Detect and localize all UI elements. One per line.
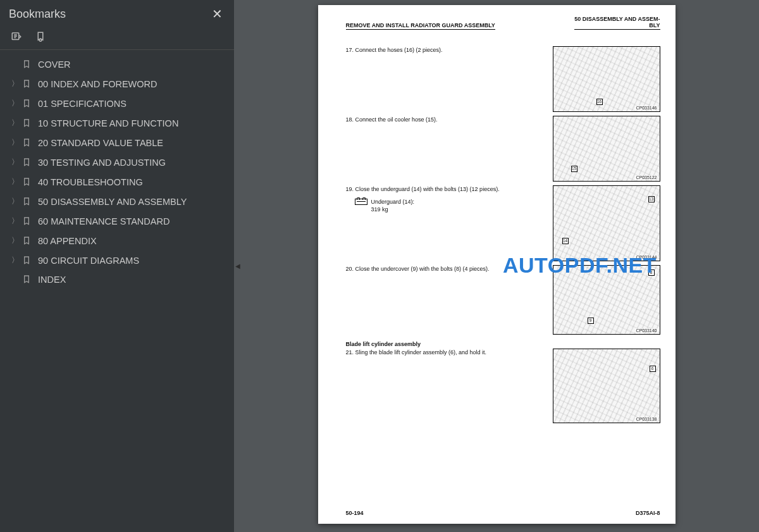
procedure-step: 18. Connect the oil cooler hose (15).CP0… [346, 116, 660, 182]
chevron-right-icon[interactable]: 〉 [11, 255, 18, 266]
bookmark-label: 80 APPENDIX [38, 236, 97, 246]
close-icon[interactable]: ✕ [209, 6, 225, 22]
bookmark-label: 90 CIRCUIT DIAGRAMS [38, 256, 139, 266]
header-right: 50 DISASSEMBLY AND ASSEM- BLY [574, 16, 660, 30]
mass-icon [355, 199, 367, 205]
bookmark-icon [22, 275, 32, 285]
figure-image: CP03314616 [553, 46, 660, 112]
bookmark-label: 30 TESTING AND ADJUSTING [38, 158, 166, 168]
bookmark-icon [22, 158, 32, 168]
sidebar-header: Bookmarks ✕ [0, 0, 234, 27]
figure-code: CP033138 [635, 417, 657, 421]
chevron-right-icon[interactable]: 〉 [11, 98, 18, 109]
figure-image: CP0331386 [553, 349, 660, 423]
chevron-right-icon[interactable]: 〉 [11, 216, 18, 226]
procedure-step: 20. Close the undercover (9) with the bo… [346, 265, 660, 335]
bookmark-icon [22, 177, 32, 187]
footer-page-number: 50-194 [346, 510, 364, 516]
step-weight-note: Underguard (14):319 kg [355, 198, 546, 213]
bookmarks-sidebar: Bookmarks ✕ COVER〉00 INDEX AND FOREWORD〉… [0, 0, 234, 532]
figure-callout: 8 [648, 269, 655, 276]
step-text: 17. Connect the hoses (16) (2 pieces). [346, 46, 553, 112]
bookmark-item[interactable]: 〉80 APPENDIX [0, 231, 234, 251]
bookmark-item[interactable]: INDEX [0, 270, 234, 289]
step-text: 19. Close the underguard (14) with the b… [346, 185, 553, 261]
header-left: REMOVE AND INSTALL RADIATOR GUARD ASSEMB… [346, 22, 495, 30]
procedure-step: 21. Sling the blade lift cylinder assemb… [346, 349, 660, 423]
svg-point-4 [39, 39, 42, 41]
document-page: REMOVE AND INSTALL RADIATOR GUARD ASSEMB… [318, 5, 676, 524]
bookmark-icon [22, 138, 32, 148]
bookmark-item[interactable]: 〉10 STRUCTURE AND FUNCTION [0, 113, 234, 133]
figure-code: CP033146 [635, 106, 657, 110]
figure-callout: 14 [562, 238, 569, 244]
figure-image: CP03512215 [553, 116, 660, 182]
current-bookmark-icon[interactable] [34, 30, 47, 43]
chevron-right-icon[interactable]: 〉 [11, 157, 18, 168]
figure-code: CP035122 [635, 175, 657, 180]
step-text: 20. Close the undercover (9) with the bo… [346, 265, 553, 335]
bookmark-icon [22, 256, 32, 266]
bookmark-item[interactable]: 〉01 SPECIFICATIONS [0, 94, 234, 113]
sidebar-title: Bookmarks [9, 8, 66, 21]
bookmark-item[interactable]: 〉40 TROUBLESHOOTING [0, 172, 234, 192]
collapse-sidebar-icon[interactable]: ◀ [234, 254, 242, 279]
bookmark-icon [22, 216, 32, 226]
figure-image: CP0331441314 [553, 185, 660, 261]
chevron-right-icon[interactable]: 〉 [11, 196, 18, 207]
bookmark-item[interactable]: 〉00 INDEX AND FOREWORD [0, 74, 234, 94]
figure-image: CP03314089 [553, 265, 660, 335]
figure-code: CP033140 [635, 328, 657, 333]
figure-callout: 6 [650, 366, 656, 372]
figure-callout: 15 [571, 166, 577, 172]
page-header: REMOVE AND INSTALL RADIATOR GUARD ASSEMB… [346, 16, 660, 30]
bookmark-item[interactable]: 〉20 STANDARD VALUE TABLE [0, 133, 234, 152]
procedure-step: 19. Close the underguard (14) with the b… [346, 185, 660, 261]
chevron-right-icon[interactable]: 〉 [11, 118, 18, 128]
procedure-step: 17. Connect the hoses (16) (2 pieces).CP… [346, 46, 660, 112]
bookmark-label: 50 DISASSEMBLY AND ASSEMBLY [38, 197, 187, 207]
bookmark-icon [22, 79, 32, 89]
figure-code: CP033144 [635, 255, 657, 259]
chevron-right-icon[interactable]: 〉 [11, 78, 18, 89]
bookmark-label: 20 STANDARD VALUE TABLE [38, 138, 163, 148]
bookmark-icon [22, 118, 32, 128]
outline-view-icon[interactable] [10, 30, 23, 43]
page-footer: 50-194 D375AI-8 [346, 509, 660, 516]
bookmark-label: 60 MAINTENANCE STANDARD [38, 216, 170, 226]
bookmark-item[interactable]: 〉90 CIRCUIT DIAGRAMS [0, 251, 234, 270]
chevron-right-icon[interactable]: 〉 [11, 137, 18, 148]
document-viewport[interactable]: ◀ REMOVE AND INSTALL RADIATOR GUARD ASSE… [234, 0, 759, 532]
bookmark-label: INDEX [38, 275, 66, 285]
bookmark-label: 40 TROUBLESHOOTING [38, 177, 143, 187]
step-text: 21. Sling the blade lift cylinder assemb… [346, 349, 553, 423]
bookmark-item[interactable]: 〉30 TESTING AND ADJUSTING [0, 152, 234, 172]
bookmark-icon [22, 236, 32, 246]
bookmark-label: 01 SPECIFICATIONS [38, 99, 126, 109]
bookmark-label: COVER [38, 59, 71, 70]
chevron-right-icon[interactable]: 〉 [11, 176, 18, 187]
bookmark-label: 10 STRUCTURE AND FUNCTION [38, 118, 178, 128]
figure-callout: 13 [648, 196, 655, 202]
page-body: 17. Connect the hoses (16) (2 pieces).CP… [346, 46, 660, 423]
figure-callout: 9 [588, 318, 594, 324]
bookmark-item[interactable]: 〉50 DISASSEMBLY AND ASSEMBLY [0, 192, 234, 211]
figure-callout: 16 [596, 99, 603, 105]
bookmark-item[interactable]: COVER [0, 55, 234, 74]
bookmark-icon [22, 59, 32, 70]
subheading: Blade lift cylinder assembly [346, 341, 660, 347]
bookmark-item[interactable]: 〉60 MAINTENANCE STANDARD [0, 211, 234, 231]
bookmark-icon [22, 197, 32, 207]
sidebar-toolbar [0, 27, 234, 50]
footer-model: D375AI-8 [636, 510, 660, 516]
step-text: 18. Connect the oil cooler hose (15). [346, 116, 553, 182]
bookmark-icon [22, 99, 32, 109]
chevron-right-icon[interactable]: 〉 [11, 235, 18, 246]
bookmark-label: 00 INDEX AND FOREWORD [38, 79, 157, 89]
bookmark-list: COVER〉00 INDEX AND FOREWORD〉01 SPECIFICA… [0, 50, 234, 289]
